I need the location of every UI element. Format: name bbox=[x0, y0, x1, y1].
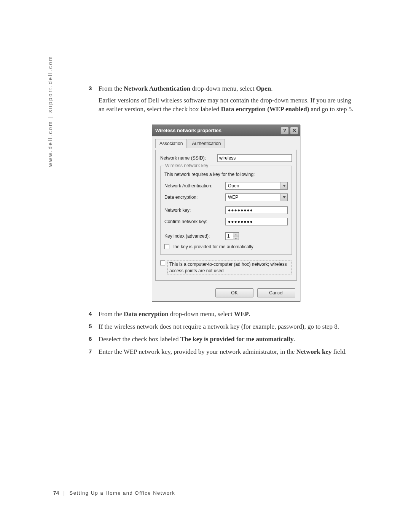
fieldset-note: This network requires a key for the foll… bbox=[164, 171, 288, 177]
data-encryption-label: Data encryption: bbox=[164, 194, 225, 200]
chevron-down-icon bbox=[280, 182, 287, 189]
confirm-key-input[interactable]: ●●●●●●●● bbox=[225, 218, 288, 225]
dialog-title: Wireless network properties bbox=[155, 127, 221, 134]
ssid-input[interactable] bbox=[217, 154, 292, 162]
step-list: 3 From the Network Authentication drop-d… bbox=[89, 85, 355, 356]
cancel-button[interactable]: Cancel bbox=[257, 288, 295, 297]
step-4: 4 From the Data encryption drop-down men… bbox=[89, 310, 355, 319]
fieldset-legend: Wireless network key bbox=[164, 163, 210, 169]
network-auth-select[interactable]: Open bbox=[225, 182, 288, 190]
step-text: If the wireless network does not require… bbox=[99, 323, 339, 330]
step-text: Enter the WEP network key, provided by y… bbox=[99, 348, 347, 355]
step-5: 5 If the wireless network does not requi… bbox=[89, 323, 355, 331]
data-encryption-value: WEP bbox=[226, 194, 280, 200]
step-number: 4 bbox=[89, 310, 92, 318]
tab-association[interactable]: Association bbox=[155, 139, 187, 148]
help-icon[interactable]: ? bbox=[280, 127, 289, 134]
key-index-stepper[interactable]: 1 ▲ ▼ bbox=[225, 232, 239, 240]
auto-key-label: The key is provided for me automatically bbox=[172, 244, 253, 250]
page-number: 74 bbox=[53, 490, 59, 496]
network-key-input[interactable]: ●●●●●●●● bbox=[225, 206, 288, 214]
adhoc-label: This is a computer-to-computer (ad hoc) … bbox=[167, 260, 292, 275]
association-panel: Network name (SSID): Wireless network ke… bbox=[155, 150, 297, 281]
section-title: Setting Up a Home and Office Network bbox=[70, 490, 175, 496]
step-number: 7 bbox=[89, 348, 92, 355]
step-number: 3 bbox=[89, 85, 92, 92]
adhoc-checkbox[interactable] bbox=[160, 260, 165, 265]
page-footer: 74 | Setting Up a Home and Office Networ… bbox=[53, 490, 175, 496]
key-index-value: 1 bbox=[226, 233, 233, 240]
step-number: 6 bbox=[89, 335, 92, 343]
ssid-label: Network name (SSID): bbox=[160, 155, 217, 161]
adhoc-checkbox-row: This is a computer-to-computer (ad hoc) … bbox=[160, 260, 292, 275]
tab-authentication[interactable]: Authentication bbox=[188, 139, 225, 148]
spin-down-icon[interactable]: ▼ bbox=[233, 237, 239, 240]
tab-strip: Association Authentication bbox=[155, 139, 297, 148]
ok-button[interactable]: OK bbox=[215, 288, 253, 297]
step-7: 7 Enter the WEP network key, provided by… bbox=[89, 348, 355, 356]
data-encryption-select[interactable]: WEP bbox=[225, 193, 288, 201]
side-url-text: www.dell.com | support.dell.com bbox=[47, 55, 53, 167]
spin-up-icon[interactable]: ▲ bbox=[233, 233, 239, 236]
network-auth-value: Open bbox=[226, 183, 280, 189]
chevron-down-icon bbox=[280, 194, 287, 201]
network-key-label: Network key: bbox=[164, 207, 225, 213]
footer-separator: | bbox=[64, 490, 65, 496]
dialog-footer: OK Cancel bbox=[152, 284, 300, 301]
key-index-label: Key index (advanced): bbox=[164, 233, 225, 239]
dialog-screenshot: Wireless network properties ? ✕ Associat… bbox=[152, 125, 355, 302]
step-3: 3 From the Network Authentication drop-d… bbox=[89, 85, 355, 302]
network-auth-label: Network Authentication: bbox=[164, 183, 225, 189]
step-6: 6 Deselect the check box labeled The key… bbox=[89, 335, 355, 344]
auto-key-checkbox[interactable] bbox=[164, 244, 169, 249]
step-text: From the Network Authentication drop-dow… bbox=[99, 85, 273, 92]
close-icon[interactable]: ✕ bbox=[290, 127, 298, 134]
wireless-key-fieldset: Wireless network key This network requir… bbox=[160, 166, 292, 255]
dialog-titlebar: Wireless network properties ? ✕ bbox=[152, 125, 300, 136]
step-3-paragraph: Earlier versions of Dell wireless softwa… bbox=[99, 96, 355, 114]
main-content: 3 From the Network Authentication drop-d… bbox=[89, 85, 355, 360]
confirm-key-label: Confirm network key: bbox=[164, 219, 225, 225]
wireless-properties-dialog: Wireless network properties ? ✕ Associat… bbox=[152, 125, 300, 302]
step-text: Deselect the check box labeled The key i… bbox=[99, 335, 295, 343]
step-number: 5 bbox=[89, 323, 92, 330]
auto-key-checkbox-row: The key is provided for me automatically bbox=[164, 244, 288, 250]
step-text: From the Data encryption drop-down menu,… bbox=[99, 310, 250, 318]
